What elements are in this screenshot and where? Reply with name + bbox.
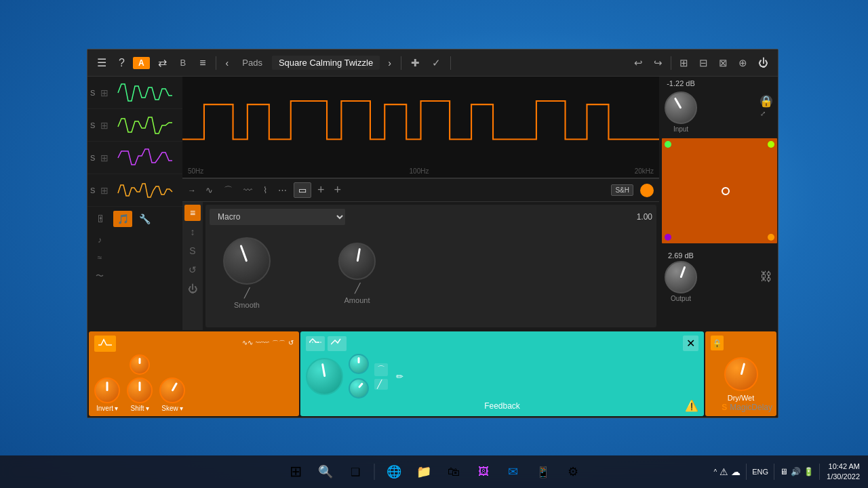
settings-btn[interactable]: ⚙ xyxy=(559,458,587,485)
store-btn[interactable]: 🛍 xyxy=(440,458,467,485)
shift-arrow[interactable]: ▾ xyxy=(146,405,149,412)
view1-icon[interactable]: ⊞ xyxy=(675,55,692,71)
bank-a-btn[interactable]: A xyxy=(133,57,150,69)
edge-btn[interactable]: 🌐 xyxy=(380,458,408,485)
taskbar-right: ^ ⚠ ☁ ENG 🖥 🔊 🔋 10:42 AM 1/30/2022 xyxy=(714,462,868,483)
sh-btn[interactable]: S&H xyxy=(611,184,633,196)
prev-preset-btn[interactable]: ‹ xyxy=(222,56,233,70)
waveform-mini-4[interactable] xyxy=(111,178,180,203)
taskview-btn[interactable]: ❑ xyxy=(342,458,369,485)
start-btn[interactable]: ⊞ xyxy=(282,458,309,485)
drywet-knob[interactable] xyxy=(724,357,758,391)
macro-area: Macro 1.00 ╱ Smooth xyxy=(205,205,656,327)
search-btn[interactable]: 🔍 xyxy=(312,458,339,485)
wave-noise[interactable]: ⋯ xyxy=(274,183,291,197)
gallery-btn[interactable]: 🖼 xyxy=(470,458,497,485)
power-icon-btn[interactable]: ⏻ xyxy=(184,281,201,297)
wave-square[interactable]: ▭ xyxy=(294,182,311,198)
freq-display: 50Hz 100Hz 20kHz xyxy=(182,77,659,178)
wave-sine[interactable]: ∿ xyxy=(201,183,217,197)
skew-knob[interactable] xyxy=(159,378,185,403)
waveform-mini-1[interactable] xyxy=(111,81,180,105)
shift-knob[interactable] xyxy=(127,378,153,403)
grid-btn-3[interactable]: ⊞ xyxy=(100,152,108,163)
feedback-sub1[interactable] xyxy=(349,354,369,374)
clock[interactable]: 10:42 AM 1/30/2022 xyxy=(827,462,860,483)
skew-arrow[interactable]: ▾ xyxy=(180,405,183,412)
shift-label-row: Shift ▾ xyxy=(130,405,149,412)
invert-knob[interactable] xyxy=(94,378,120,403)
next-preset-btn[interactable]: › xyxy=(384,56,395,70)
filter-icon-btn[interactable]: 🎚 xyxy=(92,211,111,227)
lfo-arrow: → xyxy=(188,186,196,195)
lock-btn[interactable]: 🔒 xyxy=(711,336,724,350)
edit-icon[interactable]: ✏ xyxy=(396,371,403,382)
curve-btn2[interactable]: ╱ xyxy=(374,379,388,390)
add-preset-icon[interactable]: ✚ xyxy=(407,55,424,71)
arp-icon-btn[interactable]: ↕ xyxy=(184,224,201,240)
refresh-btn[interactable]: ↺ xyxy=(288,339,294,348)
wave-curve[interactable]: ⌒ xyxy=(220,182,237,199)
help-icon[interactable]: ? xyxy=(115,56,129,70)
grid-btn-2[interactable]: ⊞ xyxy=(100,120,108,131)
waveform-mini-3[interactable] xyxy=(111,146,180,170)
view2-icon[interactable]: ⊟ xyxy=(695,55,712,71)
volume-icon: 🔊 xyxy=(791,467,801,476)
wave-step[interactable]: ⌇ xyxy=(259,183,271,197)
waves-icon[interactable]: 〜 xyxy=(90,268,109,285)
xy-pad[interactable] xyxy=(662,138,777,243)
fb-close-btn[interactable]: ✕ xyxy=(683,336,698,351)
output-knob[interactable] xyxy=(665,261,697,293)
view4-icon[interactable]: ⊕ xyxy=(734,55,751,71)
grid-btn-4[interactable]: ⊞ xyxy=(100,185,108,196)
waveform-mini-2[interactable] xyxy=(111,113,180,138)
link-icon[interactable]: ⤢ xyxy=(760,110,772,117)
note-icon[interactable]: ♪ xyxy=(90,232,109,247)
curve-btn1[interactable]: ⌒ xyxy=(374,363,388,376)
sh-icon-btn[interactable]: S xyxy=(184,243,201,259)
files-btn[interactable]: 📁 xyxy=(410,458,437,485)
arrows-icon[interactable]: ⇄ xyxy=(154,55,171,70)
xy-corner-bl xyxy=(665,234,671,241)
lock-icon[interactable]: 🔒 xyxy=(760,95,772,107)
redo-btn[interactable]: ↪ xyxy=(650,55,667,71)
title-bar-right: ↩ ↪ ⊞ ⊟ ⊠ ⊕ ⏻ xyxy=(630,55,772,71)
power-btn[interactable]: ⏻ xyxy=(754,55,772,70)
menu-icon[interactable]: ☰ xyxy=(93,55,111,70)
chain-icon[interactable]: ⛓ xyxy=(760,270,772,284)
shift-sub-knob[interactable] xyxy=(130,354,150,375)
feedback-main-knob[interactable] xyxy=(306,358,343,395)
menu2-icon[interactable]: ≡ xyxy=(195,56,210,70)
smooth-knob[interactable] xyxy=(223,237,271,285)
freq-label-50hz: 50Hz xyxy=(188,167,203,175)
phone-btn[interactable]: 📱 xyxy=(530,458,557,485)
tray-chevron[interactable]: ^ xyxy=(714,468,717,476)
env-icon-btn[interactable]: ≡ xyxy=(184,205,201,221)
fb-icon2[interactable] xyxy=(328,336,347,351)
reset-icon-btn[interactable]: ↺ xyxy=(184,262,201,278)
mail-btn[interactable]: ✉ xyxy=(500,458,527,485)
left-icons-area: 🎚 🎵 🔧 ♪ ≈ 〜 xyxy=(87,207,182,330)
tool-icon-btn[interactable]: 🔧 xyxy=(135,211,154,227)
undo-btn[interactable]: ↩ xyxy=(630,55,647,71)
preset-name[interactable]: Square Calming Twizzle xyxy=(272,56,380,70)
input-knob[interactable] xyxy=(665,92,697,124)
shape2-btn[interactable]: 〰〰 xyxy=(256,339,269,348)
wave-add-btn1[interactable]: + xyxy=(314,182,328,199)
input-group: -1.22 dB Input xyxy=(665,79,697,133)
macro-dropdown[interactable]: Macro xyxy=(210,209,345,225)
eq-icon-btn[interactable]: 🎵 xyxy=(113,211,132,227)
shape3-btn[interactable]: ⌒⌒ xyxy=(272,339,285,348)
fb-icon1[interactable] xyxy=(306,336,325,351)
amount-knob[interactable] xyxy=(338,243,376,280)
shape1-btn[interactable]: ∿∿ xyxy=(242,339,253,348)
wave-zigzag[interactable]: 〰 xyxy=(239,183,256,197)
invert-arrow[interactable]: ▾ xyxy=(115,405,118,412)
eq-icon[interactable]: ≈ xyxy=(90,250,109,265)
filter-type-btn[interactable] xyxy=(94,336,116,352)
view3-icon[interactable]: ⊠ xyxy=(715,55,732,71)
feedback-sub2[interactable] xyxy=(349,378,369,399)
wave-add-btn2[interactable]: + xyxy=(331,182,345,199)
check-icon[interactable]: ✓ xyxy=(428,55,445,71)
grid-btn-1[interactable]: ⊞ xyxy=(100,87,108,98)
